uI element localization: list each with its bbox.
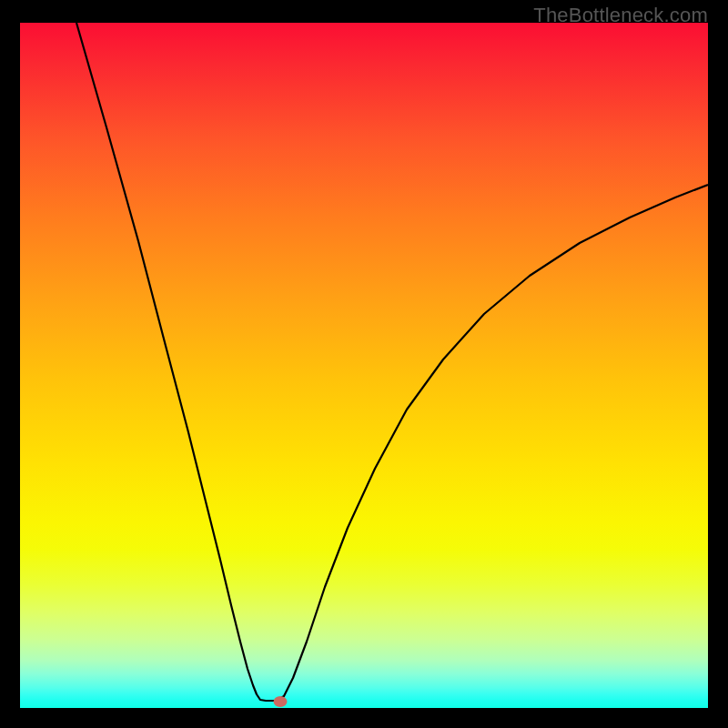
bottleneck-curve-path xyxy=(76,23,708,701)
chart-plot-area xyxy=(20,23,708,708)
chart-curve xyxy=(20,23,708,708)
optimal-point-marker xyxy=(274,696,288,707)
watermark-text: TheBottleneck.com xyxy=(533,4,708,27)
